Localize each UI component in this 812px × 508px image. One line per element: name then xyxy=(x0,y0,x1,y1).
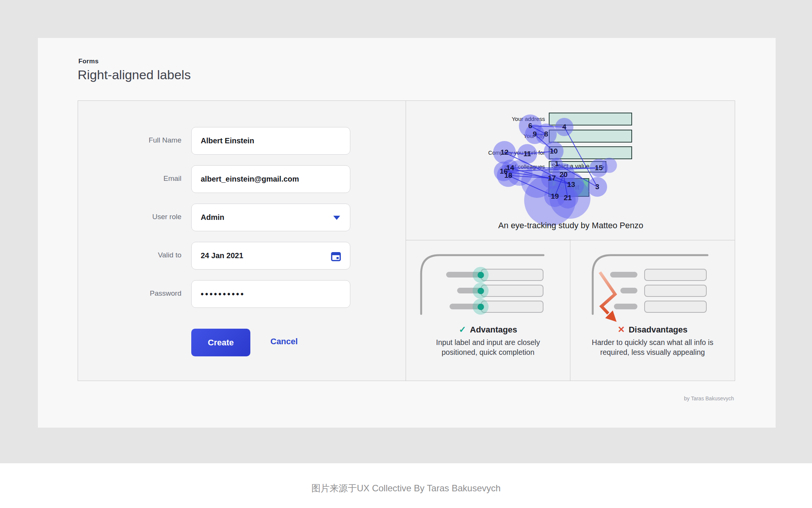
chevron-down-icon[interactable] xyxy=(333,216,340,220)
valid-to-label: Valid to xyxy=(78,251,181,259)
mini-input-box xyxy=(481,285,543,297)
full-name-label: Full Name xyxy=(78,136,181,144)
full-name-input[interactable]: Albert Einstein xyxy=(191,127,350,155)
advantages-panel: ✓Advantages Input label and input are cl… xyxy=(406,240,570,381)
advantages-title-row: ✓Advantages xyxy=(406,325,570,335)
valid-to-date-input[interactable]: 24 Jan 2021 xyxy=(191,242,350,270)
image-source-caption: 图片来源于UX Collective By Taras Bakusevych xyxy=(0,482,812,494)
svg-text:19: 19 xyxy=(551,192,559,200)
proximity-dot-icon xyxy=(473,299,489,315)
panel-grid: Full Name Albert Einstein Email albert_e… xyxy=(78,100,735,381)
proximity-dot-core xyxy=(478,304,484,310)
svg-text:21: 21 xyxy=(564,194,572,202)
calendar-icon[interactable] xyxy=(330,251,342,262)
proximity-dot-core xyxy=(478,288,484,294)
gaze-plot-overlay: 134689101112131415161718192021 xyxy=(406,101,735,241)
mini-input-box xyxy=(644,269,707,281)
email-label: Email xyxy=(78,174,181,183)
valid-to-value: 24 Jan 2021 xyxy=(201,251,243,260)
form-panel: Full Name Albert Einstein Email albert_e… xyxy=(78,100,406,381)
cancel-button[interactable]: Cancel xyxy=(270,337,298,347)
svg-text:12: 12 xyxy=(500,148,508,156)
svg-text:9: 9 xyxy=(533,130,537,138)
svg-text:13: 13 xyxy=(567,180,575,188)
form-row-user-role: User role Admin xyxy=(78,204,406,231)
check-icon: ✓ xyxy=(459,325,466,334)
svg-text:8: 8 xyxy=(544,130,548,138)
eye-tracking-panel: Your addressYour cityCompany you work fo… xyxy=(406,100,735,240)
form-row-full-name: Full Name Albert Einstein xyxy=(78,127,406,155)
password-label: Password xyxy=(78,289,181,298)
svg-text:17: 17 xyxy=(548,174,556,182)
svg-text:1: 1 xyxy=(555,160,559,168)
page-title: Right-aligned labels xyxy=(78,67,191,82)
author-credit: by Taras Bakusevych xyxy=(582,395,734,401)
email-value: albert_einstein@gmail.com xyxy=(201,175,299,183)
form-row-password: Password •••••••••• xyxy=(78,280,406,308)
email-field[interactable]: albert_einstein@gmail.com xyxy=(191,165,350,193)
mini-input-box xyxy=(644,285,707,297)
mini-input-box xyxy=(481,269,543,281)
form-row-email: Email albert_einstein@gmail.com xyxy=(78,165,406,193)
password-field[interactable]: •••••••••• xyxy=(191,280,350,308)
svg-text:20: 20 xyxy=(559,171,567,179)
mini-input-box xyxy=(644,301,707,313)
proximity-dot-icon xyxy=(473,267,489,283)
user-role-value: Admin xyxy=(201,213,224,222)
form-row-valid-to: Valid to 24 Jan 2021 xyxy=(78,242,406,270)
mini-label-bar xyxy=(620,288,637,293)
svg-text:11: 11 xyxy=(523,150,531,158)
svg-text:4: 4 xyxy=(562,123,567,131)
disadvantages-body: Harder to quickly scan what all info is … xyxy=(586,337,719,357)
svg-text:15: 15 xyxy=(595,164,603,172)
svg-text:6: 6 xyxy=(528,122,532,130)
full-name-value: Albert Einstein xyxy=(201,136,254,145)
disadvantages-panel: ✕Disadvantages Harder to quickly scan wh… xyxy=(570,240,735,381)
disadvantages-title-row: ✕Disadvantages xyxy=(570,325,735,335)
svg-text:10: 10 xyxy=(550,147,557,155)
mini-label-bar xyxy=(610,272,637,278)
svg-text:3: 3 xyxy=(595,183,600,191)
proximity-dot-core xyxy=(478,272,484,278)
section-kicker: Forms xyxy=(78,58,98,65)
password-value: •••••••••• xyxy=(201,289,245,299)
svg-text:18: 18 xyxy=(504,171,512,179)
proximity-dot-icon xyxy=(473,283,489,299)
advantages-body: Input label and input are closely positi… xyxy=(426,337,551,357)
rounded-bracket-shape xyxy=(570,240,735,328)
user-role-select[interactable]: Admin xyxy=(191,204,350,231)
mini-input-box xyxy=(481,301,543,313)
eye-tracking-caption: An eye-tracking study by Matteo Penzo xyxy=(406,221,735,230)
zigzag-arrow-icon xyxy=(600,272,617,322)
x-icon: ✕ xyxy=(618,325,625,334)
eye-tracking-diagram: Your addressYour cityCompany you work fo… xyxy=(406,101,735,241)
disadvantages-title: Disadvantages xyxy=(629,325,687,334)
mini-label-bar xyxy=(614,304,637,309)
page: Forms Right-aligned labels Full Name Alb… xyxy=(0,0,812,508)
create-button[interactable]: Create xyxy=(191,329,250,356)
user-role-label: User role xyxy=(78,213,181,221)
advantages-title: Advantages xyxy=(470,325,517,334)
